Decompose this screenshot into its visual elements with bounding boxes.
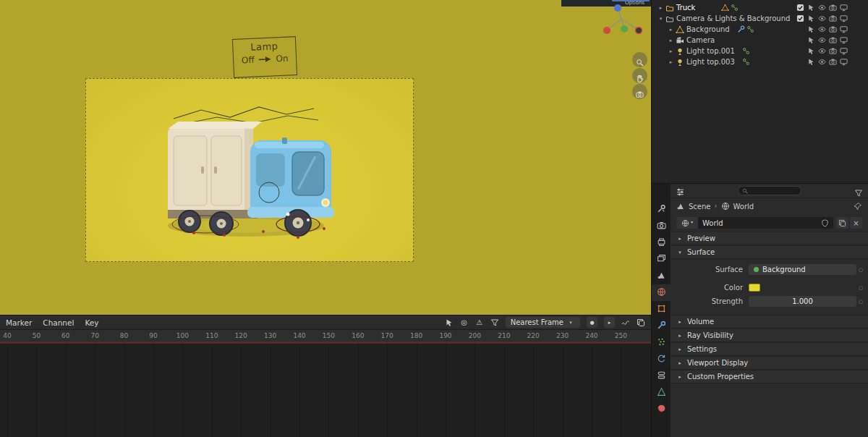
disable-viewport-icon[interactable] — [840, 4, 848, 12]
panel-preview[interactable]: ▸ Preview — [671, 232, 868, 245]
properties-search-input[interactable] — [738, 186, 801, 195]
breadcrumb-scene[interactable]: Scene — [689, 203, 711, 211]
selectable-icon[interactable] — [807, 4, 815, 12]
filter-icon[interactable] — [854, 187, 863, 195]
pin-icon[interactable] — [854, 202, 862, 211]
panel-volume[interactable]: ▸ Volume — [671, 315, 868, 328]
world-color-swatch[interactable] — [749, 284, 760, 292]
expand-chevron-icon[interactable]: ▸ — [667, 48, 675, 54]
decorator-dot[interactable]: ○ — [856, 299, 865, 305]
disable-viewport-icon[interactable] — [840, 25, 848, 33]
copy-overlay-icon[interactable] — [637, 318, 645, 327]
selectable-icon[interactable] — [807, 58, 815, 66]
hide-viewport-icon[interactable] — [818, 36, 826, 44]
tab-particles[interactable] — [652, 334, 671, 351]
expand-chevron-icon[interactable]: ▸ — [667, 38, 675, 43]
outliner-row-camera[interactable]: ▸ Camera — [652, 35, 868, 46]
panel-viewport-display[interactable]: ▸ Viewport Display — [671, 356, 868, 370]
disable-viewport-icon[interactable] — [840, 58, 848, 66]
disable-render-icon[interactable] — [829, 58, 837, 66]
timeline-ruler[interactable]: 4050607080901001101201301401501601701801… — [0, 330, 651, 341]
selectable-icon[interactable] — [807, 47, 815, 55]
decorator-dot[interactable]: ○ — [856, 267, 865, 273]
disable-viewport-icon[interactable] — [840, 14, 848, 22]
tab-constraints[interactable] — [652, 368, 671, 384]
menu-channel[interactable]: Channel — [43, 318, 74, 327]
disable-viewport-icon[interactable] — [840, 47, 848, 55]
navigation-gizmo[interactable] — [602, 3, 647, 36]
hide-viewport-icon[interactable] — [818, 47, 826, 55]
pan-button[interactable] — [632, 68, 647, 83]
properties-editor[interactable]: Scene › World ▾ World × ▸ — [651, 184, 868, 437]
selectable-icon[interactable] — [807, 25, 815, 33]
tab-render[interactable] — [652, 218, 671, 234]
properties-editor-icon[interactable] — [676, 186, 685, 195]
hide-viewport-icon[interactable] — [818, 14, 826, 22]
breadcrumb-world[interactable]: World — [733, 203, 754, 211]
truck-object[interactable] — [153, 100, 343, 246]
outliner-row-light-001[interactable]: ▸ Light top.001 — [652, 46, 868, 56]
timeline-tracks[interactable] — [0, 344, 651, 437]
timeline-editor[interactable]: Marker Channel Key ◎ ⚠ Nearest Frame ▾ ●… — [0, 315, 651, 437]
disable-render-icon[interactable] — [829, 4, 837, 12]
outliner-item-label[interactable]: Light top.001 — [686, 47, 735, 55]
panel-settings[interactable]: ▸ Settings — [671, 342, 868, 356]
outliner-item-label[interactable]: Light top.003 — [686, 58, 735, 66]
tab-output[interactable] — [652, 234, 671, 251]
outliner-item-label[interactable]: Truck — [676, 4, 695, 12]
collapse-chevron-icon[interactable]: ▾ — [657, 16, 665, 22]
tab-world[interactable] — [652, 284, 671, 301]
panel-ray-visibility[interactable]: ▸ Ray Visibility — [671, 328, 868, 342]
proportional-icon[interactable]: ◎ — [460, 318, 469, 327]
filter-funnel-icon[interactable] — [490, 318, 499, 327]
strength-slider[interactable]: 1.000 — [749, 296, 856, 307]
outliner-item-label[interactable]: Camera & Lights & Background — [676, 14, 790, 22]
lamp-sign-object[interactable]: Lamp Off On — [232, 36, 297, 78]
unlink-world-button[interactable]: × — [850, 217, 862, 229]
hide-viewport-icon[interactable] — [818, 25, 826, 33]
hide-viewport-icon[interactable] — [818, 4, 826, 12]
outliner-row-background[interactable]: ▸ Background — [652, 24, 868, 35]
outliner-row-camera-lights[interactable]: ▾ Camera & Lights & Background — [652, 13, 868, 24]
surface-shader-button[interactable]: Background — [749, 264, 856, 275]
disable-render-icon[interactable] — [829, 36, 837, 44]
world-browse-button[interactable]: ▾ — [676, 217, 698, 229]
decorator-dot[interactable]: ○ — [856, 285, 865, 291]
outliner-item-label[interactable]: Camera — [686, 36, 715, 44]
expand-chevron-icon[interactable]: ▸ — [667, 59, 675, 65]
menu-key[interactable]: Key — [85, 318, 98, 327]
autokey-button[interactable]: ● — [587, 317, 597, 328]
panel-custom-properties[interactable]: ▸ Custom Properties — [671, 370, 868, 383]
3d-viewport[interactable]: Options Lamp Off On — [0, 0, 651, 315]
select-cursor-icon[interactable] — [445, 318, 454, 327]
panel-surface[interactable]: ▾ Surface — [671, 245, 868, 259]
tab-tool[interactable] — [652, 201, 671, 218]
fcurve-icon[interactable] — [621, 318, 630, 327]
world-name-field[interactable]: World — [698, 217, 833, 229]
fake-user-icon[interactable] — [821, 219, 829, 227]
exclude-checkbox-icon[interactable] — [796, 4, 804, 12]
selectable-icon[interactable] — [807, 14, 815, 22]
expand-chevron-icon[interactable]: ▸ — [657, 5, 665, 11]
outliner[interactable]: ▸ Truck ▾ Camera & Lights & Background — [651, 0, 868, 184]
tab-physics[interactable] — [652, 351, 671, 368]
snap-mode-dropdown[interactable]: Nearest Frame ▾ — [506, 317, 580, 328]
tab-object[interactable] — [652, 301, 671, 318]
outliner-row-truck[interactable]: ▸ Truck — [652, 2, 868, 13]
duplicate-world-button[interactable] — [836, 217, 848, 229]
tab-view-layer[interactable] — [652, 251, 671, 268]
tab-material[interactable] — [652, 401, 671, 417]
outliner-row-light-003[interactable]: ▸ Light top.003 — [652, 56, 868, 67]
exclude-checkbox-icon[interactable] — [796, 14, 804, 22]
camera-view-button[interactable] — [632, 84, 647, 99]
tab-object-data[interactable] — [652, 384, 671, 401]
zoom-button[interactable] — [632, 52, 647, 67]
expand-chevron-icon[interactable]: ▸ — [667, 27, 675, 33]
menu-marker[interactable]: Marker — [6, 318, 32, 327]
selectable-icon[interactable] — [807, 36, 815, 44]
keying-set-button[interactable]: ▸ — [604, 317, 615, 328]
outliner-item-label[interactable]: Background — [686, 25, 730, 33]
disable-render-icon[interactable] — [829, 47, 837, 55]
hide-viewport-icon[interactable] — [818, 58, 826, 66]
disable-render-icon[interactable] — [829, 25, 837, 33]
